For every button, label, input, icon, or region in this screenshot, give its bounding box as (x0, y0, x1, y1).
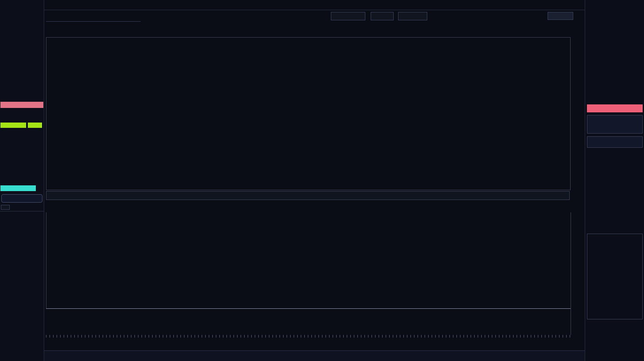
alert-row[interactable] (0, 102, 43, 108)
lime-row-right[interactable] (28, 123, 42, 128)
news-panel (587, 0, 643, 361)
positions-panel (587, 234, 643, 319)
trading-app-root (0, 0, 644, 361)
sidebar-divider (0, 211, 44, 211)
status-bar (0, 350, 644, 361)
quantity-input[interactable] (1, 205, 10, 210)
heat-strip[interactable] (46, 192, 569, 200)
alert-banner[interactable] (587, 104, 643, 112)
interval-selector[interactable] (371, 12, 394, 20)
lower-left-border (46, 212, 46, 308)
social-box (587, 115, 643, 134)
range-selector[interactable] (331, 12, 365, 20)
compare-icon[interactable] (398, 12, 407, 20)
snapshot-button[interactable] (548, 12, 573, 20)
time-axis-ticks (46, 335, 571, 338)
selected-price-row[interactable] (0, 185, 36, 191)
compare-selector[interactable] (407, 12, 427, 20)
accumulate-button[interactable] (1, 194, 42, 203)
lime-row-left[interactable] (0, 123, 26, 128)
main-chart[interactable] (46, 37, 571, 190)
lower-axis-line (46, 308, 571, 309)
toolbar-underline (46, 21, 141, 22)
filter-dropdown[interactable] (587, 136, 643, 148)
titlebar-divider (44, 10, 585, 10)
lower-right-border (571, 212, 571, 335)
left-sidebar-content (0, 0, 44, 361)
